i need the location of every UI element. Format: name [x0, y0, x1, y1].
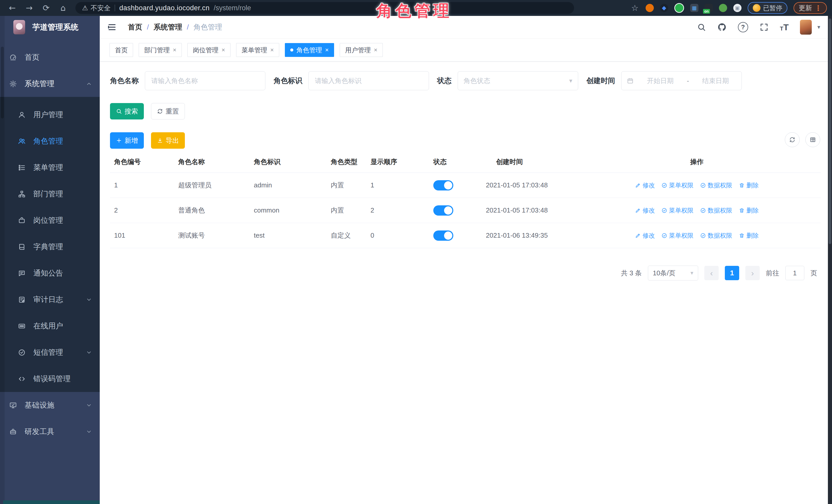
status-placeholder: 角色状态 — [464, 76, 490, 85]
tag-menus[interactable]: 菜单管理 × — [236, 43, 279, 57]
breadcrumb-separator: / — [187, 23, 189, 31]
chrome-menu-icon[interactable]: ⋮ — [814, 4, 822, 12]
start-date-placeholder[interactable]: 开始日期 — [640, 76, 681, 85]
extension-icon-orange[interactable] — [646, 4, 654, 12]
tag-users[interactable]: 用户管理 × — [340, 43, 383, 57]
close-icon[interactable]: × — [173, 46, 176, 54]
delete-link[interactable]: 删除 — [739, 232, 759, 240]
paused-pill[interactable]: 已暂停 — [748, 2, 787, 14]
extension-icon-grid[interactable]: ▦ — [690, 4, 698, 12]
tag-home[interactable]: 首页 — [109, 43, 133, 57]
reload-icon[interactable]: ⟳ — [39, 3, 53, 13]
menu-permission-link[interactable]: 菜单权限 — [661, 181, 694, 189]
roles-table: 角色编号 角色名称 角色标识 角色类型 显示顺序 状态 创建时间 操作 1 超级… — [110, 151, 821, 248]
edit-link[interactable]: 修改 — [635, 232, 655, 240]
search-icon[interactable] — [697, 23, 706, 32]
reset-button[interactable]: 重置 — [151, 103, 185, 120]
hamburger-icon[interactable] — [107, 23, 116, 32]
page-1-button[interactable]: 1 — [725, 266, 739, 280]
fullscreen-icon[interactable] — [759, 23, 769, 32]
column-settings-button[interactable] — [805, 132, 820, 147]
sidebar-item-dev-tools[interactable]: 研发工具 — [0, 418, 100, 445]
sidebar-item-users[interactable]: 用户管理 — [0, 102, 100, 128]
sidebar-item-audit-log[interactable]: 审计日志 — [0, 286, 100, 313]
status-toggle[interactable] — [433, 205, 453, 216]
sidebar-item-home[interactable]: 首页 — [0, 44, 100, 71]
breadcrumb-system[interactable]: 系统管理 — [154, 22, 182, 32]
status-toggle[interactable] — [433, 180, 453, 190]
close-icon[interactable]: × — [270, 46, 274, 54]
sidebar-item-system[interactable]: 系统管理 — [0, 71, 100, 97]
sidebar-item-dictionary[interactable]: 字典管理 — [0, 234, 100, 260]
data-permission-link[interactable]: 数据权限 — [700, 206, 732, 215]
role-key-input[interactable] — [308, 71, 429, 90]
address-bar[interactable]: ⚠ 不安全 dashboard.yudao.iocoder.cn /system… — [75, 2, 574, 14]
page-scrollbar-thumb[interactable] — [829, 19, 831, 244]
data-permission-link[interactable]: 数据权限 — [700, 232, 732, 240]
extension-icon-proxy[interactable]: on — [705, 4, 713, 12]
app-logo-row[interactable]: 芋道管理系统 — [0, 16, 100, 38]
status-toggle[interactable] — [433, 231, 453, 241]
forward-icon[interactable]: → — [22, 3, 36, 13]
sidebar-item-departments[interactable]: 部门管理 — [0, 181, 100, 207]
chevron-down-icon: ▾ — [569, 77, 572, 84]
menu-permission-link[interactable]: 菜单权限 — [661, 232, 694, 240]
add-button[interactable]: 新增 — [110, 132, 144, 149]
tag-roles-active[interactable]: 角色管理 × — [285, 43, 334, 57]
sidebar-item-menus[interactable]: 菜单管理 — [0, 154, 100, 181]
sidebar-item-positions[interactable]: 岗位管理 — [0, 207, 100, 234]
close-icon[interactable]: × — [325, 46, 329, 54]
col-header: 角色标识 — [250, 151, 327, 173]
font-size-icon[interactable]: TT — [780, 23, 789, 31]
sidebar-item-online-users[interactable]: 在线用户 — [0, 313, 100, 339]
delete-link[interactable]: 删除 — [739, 181, 759, 189]
col-header: 状态 — [429, 151, 482, 173]
extension-icon-gem[interactable]: ◆ — [660, 4, 668, 12]
avatar[interactable] — [800, 20, 812, 35]
tag-positions[interactable]: 岗位管理 × — [187, 43, 231, 57]
data-permission-link[interactable]: 数据权限 — [700, 181, 732, 189]
back-icon[interactable]: ← — [5, 3, 20, 13]
tag-departments[interactable]: 部门管理 × — [139, 43, 182, 57]
sidebar-scrollbar[interactable] — [0, 16, 5, 504]
home-icon[interactable]: ⌂ — [56, 3, 70, 13]
security-warning[interactable]: ⚠ 不安全 — [82, 4, 110, 12]
breadcrumb-home[interactable]: 首页 — [128, 22, 142, 32]
goto-page-input[interactable] — [785, 266, 804, 280]
chevron-down-icon — [86, 349, 92, 355]
edit-link[interactable]: 修改 — [635, 206, 655, 215]
bookmark-star-icon[interactable]: ☆ — [630, 3, 640, 13]
role-key-label: 角色标识 — [274, 76, 302, 86]
search-button[interactable]: 搜索 — [110, 103, 144, 120]
role-name-input[interactable] — [145, 71, 265, 90]
sidebar-item-label: 菜单管理 — [33, 162, 63, 173]
page-scrollbar[interactable] — [828, 16, 832, 504]
end-date-placeholder[interactable]: 结束日期 — [695, 76, 736, 85]
prev-page-button[interactable]: ‹ — [704, 266, 719, 280]
sidebar-scrollbar-thumb[interactable] — [1, 47, 4, 118]
toolbox-icon — [9, 428, 17, 435]
sidebar-item-roles[interactable]: 角色管理 — [0, 128, 100, 154]
menu-permission-link[interactable]: 菜单权限 — [661, 206, 694, 215]
close-icon[interactable]: × — [374, 46, 378, 54]
next-page-button[interactable]: › — [745, 266, 760, 280]
page-size-select[interactable]: 10条/页 ▾ — [648, 266, 698, 281]
extension-icon-monkey[interactable] — [719, 4, 727, 12]
update-button[interactable]: 更新 ⋮ — [794, 2, 827, 14]
extension-icon-green[interactable] — [674, 3, 684, 13]
edit-link[interactable]: 修改 — [635, 181, 655, 189]
refresh-table-button[interactable] — [785, 132, 800, 147]
help-icon[interactable]: ? — [738, 22, 748, 32]
sidebar-item-notices[interactable]: 通知公告 — [0, 260, 100, 286]
sidebar-item-infrastructure[interactable]: 基础设施 — [0, 392, 100, 418]
delete-link[interactable]: 删除 — [739, 206, 759, 215]
status-select[interactable]: 角色状态 ▾ — [458, 71, 578, 90]
extensions-puzzle-icon[interactable]: ▣ — [733, 4, 742, 12]
sidebar-item-error-codes[interactable]: 错误码管理 — [0, 366, 100, 392]
sidebar-item-sms[interactable]: 短信管理 — [0, 339, 100, 366]
avatar-caret-icon[interactable]: ▾ — [817, 24, 820, 30]
github-icon[interactable] — [718, 23, 727, 32]
date-range-picker[interactable]: 开始日期 - 结束日期 — [621, 71, 742, 90]
export-button[interactable]: 导出 — [151, 132, 185, 149]
close-icon[interactable]: × — [222, 46, 225, 54]
